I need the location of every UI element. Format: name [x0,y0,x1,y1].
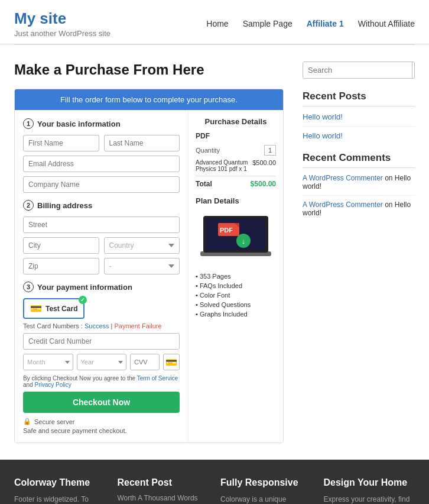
form-right-panel: Purchase Details PDF Quantity 1 Advanced… [188,110,283,442]
last-name-input[interactable] [104,135,180,151]
test-card-info: Test Card Numbers : Success | Payment Fa… [23,322,180,329]
payment-section: 3 Your payment information 💳 Test Card ✓… [23,282,180,434]
recent-post-2[interactable]: Hello world! [303,131,415,140]
section-num-2: 2 [23,200,34,211]
payment-section-title: 3 Your payment information [23,282,180,292]
billing-section-title: 2 Billing address [23,200,180,211]
footer-col-2: Recent Post Worth A Thousand Words Categ… [118,477,209,504]
svg-text:PDF: PDF [220,227,233,234]
privacy-link[interactable]: Privacy Policy [34,382,71,388]
city-country-row: Country [23,237,180,254]
city-input[interactable] [23,237,99,254]
footer-col3-title: Fully Responsive [220,477,312,488]
site-branding: My site Just another WordPress site [14,9,110,38]
total-label: Total [196,180,212,188]
footer-col-4: Design Your Home Express your creativity… [324,477,415,504]
failure-link[interactable]: Payment Failure [115,322,162,329]
page-title: Make a Purchase From Here [14,62,284,78]
section-num-3: 3 [23,282,34,292]
secure-label: Secure server [34,418,74,425]
form-left-panel: 1 Your basic information [15,110,188,442]
nav-home[interactable]: Home [206,19,228,28]
footer-col-3: Fully Responsive Colorway is a unique re… [220,477,312,504]
footer-col1-title: Colorway Theme [14,477,106,488]
card-label: Test Card [46,305,77,313]
commenter-2-link[interactable]: A WordPress Commenter [303,201,383,209]
purchase-form-container: Fill the order form below to complete yo… [14,89,284,443]
zip-row: - [23,258,180,274]
feature-item: FAQs Included [196,282,276,289]
pdf-graphic: PDF ↓ [196,210,276,268]
cc-number-row [23,333,180,350]
site-title: My site [14,9,110,28]
recent-posts-title: Recent Posts [303,91,415,106]
first-name-input[interactable] [23,135,99,151]
search-box: 🔍 [303,62,415,79]
total-row: Total $500.00 [196,176,276,188]
search-input[interactable] [303,62,412,78]
footer-post-1[interactable]: Worth A Thousand Words [118,494,209,502]
purchase-details-title: Purchase Details [196,117,276,126]
pdf-illustration: PDF ↓ [197,210,274,266]
terms-link[interactable]: Term of Service [137,375,178,382]
name-row [23,135,180,151]
street-row [23,217,180,233]
product-price: $500.00 [252,159,276,172]
feature-item: 353 Pages [196,273,276,280]
main-content: Make a Purchase From Here Fill the order… [0,45,429,460]
cc-number-input[interactable] [23,333,180,350]
success-link[interactable]: Success [84,322,109,329]
total-amount: $500.00 [251,180,276,188]
footer: Colorway Theme Footer is widgetized. To … [0,460,429,504]
country-select[interactable]: Country [104,237,180,254]
comment-1: A WordPress Commenter on Hello world! [303,174,415,190]
nav-affiliate1[interactable]: Affiliate 1 [307,19,344,28]
quantity-row: Quantity 1 [196,145,276,156]
product-type: PDF [196,132,276,140]
site-tagline: Just another WordPress site [14,29,110,38]
lock-icon: 🔒 [23,418,31,425]
test-card-button[interactable]: 💳 Test Card ✓ [23,298,84,319]
footer-col1-text: Footer is widgetized. To setup the foote… [14,494,106,504]
footer-grid: Colorway Theme Footer is widgetized. To … [14,477,415,504]
footer-col3-text: Colorway is a unique responsive WordPres… [220,494,312,504]
product-price-row: Advanced Quantum Physics 101 pdf x 1 $50… [196,159,276,172]
product-name-label: Advanced Quantum Physics 101 pdf x 1 [196,159,249,172]
feature-item: Color Font [196,292,276,299]
quantity-value: 1 [264,145,276,156]
nav-without-affiliate[interactable]: Without Affiliate [358,19,415,28]
footer-col2-title: Recent Post [118,477,209,488]
checkout-button[interactable]: Checkout Now [23,392,180,413]
zip-select[interactable]: - [104,258,180,274]
company-row [23,176,180,193]
company-input[interactable] [23,176,180,193]
feature-item: Graphs Included [196,311,276,318]
secure-row: 🔒 Secure server [23,418,180,425]
plan-features-list: 353 Pages FAQs Included Color Font Solve… [196,273,276,318]
divider [303,195,415,196]
month-select[interactable]: Month [23,354,73,370]
search-button[interactable]: 🔍 [412,62,415,78]
main-nav: Home Sample Page Affiliate 1 Without Aff… [206,19,415,28]
footer-col4-title: Design Your Home [324,477,415,488]
recent-comments-title: Recent Comments [303,152,415,168]
zip-input[interactable] [23,258,99,274]
nav-sample-page[interactable]: Sample Page [243,19,292,28]
billing-section: 2 Billing address Country [23,200,180,274]
recent-post-1[interactable]: Hello world! [303,112,415,121]
content-area: Make a Purchase From Here Fill the order… [14,62,284,443]
cvv-input[interactable] [130,354,160,370]
check-badge: ✓ [79,296,87,304]
divider [303,126,415,127]
footer-col-1: Colorway Theme Footer is widgetized. To … [14,477,106,504]
form-body: 1 Your basic information [15,110,283,442]
year-select[interactable]: Year [77,354,127,370]
credit-card-icon: 💳 [30,303,42,314]
section-num-1: 1 [23,118,34,129]
commenter-1-link[interactable]: A WordPress Commenter [303,174,383,182]
svg-text:↓: ↓ [242,237,246,245]
email-row [23,156,180,172]
street-input[interactable] [23,217,180,233]
feature-item: Solved Questions [196,301,276,308]
email-input[interactable] [23,156,180,172]
